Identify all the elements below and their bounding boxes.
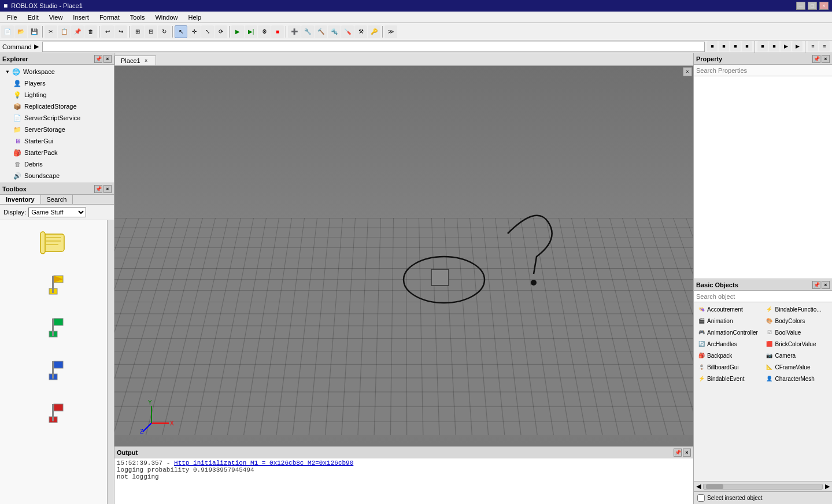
menu-file[interactable]: File <box>2 13 22 22</box>
command-tb-btn9[interactable]: ≡ <box>808 41 818 51</box>
scroll-right-btn[interactable]: ▶ <box>825 483 830 490</box>
output-link[interactable]: Http initialization M1 = 0x126cb8c M2=0x… <box>174 459 353 466</box>
obj-billboardgui[interactable]: 🪧 BillboardGui <box>695 361 763 373</box>
command-tb-btn6[interactable]: ■ <box>769 41 779 51</box>
toolbox-pin-btn[interactable]: 📌 <box>94 185 102 193</box>
viewport-close-btn[interactable]: × <box>683 67 692 76</box>
select-inserted-checkbox[interactable] <box>697 494 705 502</box>
tree-item-starterpack[interactable]: 🎒 StarterPack <box>0 147 114 158</box>
tb-move[interactable]: ✛ <box>188 25 201 38</box>
tb-rotate[interactable]: ↻ <box>158 25 171 38</box>
tree-item-debris[interactable]: 🗑 Debris <box>0 158 114 170</box>
obj-bindableevent[interactable]: ⚡ BindableEvent <box>695 373 763 384</box>
tb-tool4[interactable]: 🪛 <box>341 25 354 38</box>
tree-item-serverstorage[interactable]: 📁 ServerStorage <box>0 124 114 135</box>
tree-item-lighting[interactable]: 💡 Lighting <box>0 89 114 101</box>
tb-more[interactable]: ≫ <box>384 25 397 38</box>
command-tb-btn10[interactable]: ≡ <box>819 41 830 51</box>
tb-tool1[interactable]: 🔧 <box>301 25 314 38</box>
tb-scale[interactable]: ⤡ <box>201 25 214 38</box>
tb-tool2[interactable]: 🔨 <box>315 25 327 38</box>
toolbox-scrollbar[interactable] <box>107 220 114 504</box>
toolbox-item-4[interactable] <box>34 351 74 391</box>
obj-archandles[interactable]: 🔄 ArcHandles <box>695 338 763 350</box>
menu-help[interactable]: Help <box>184 13 206 22</box>
toolbox-item-1[interactable] <box>34 223 74 263</box>
tab-place1[interactable]: Place1 × <box>114 55 156 65</box>
obj-camera[interactable]: 📷 Camera <box>763 350 831 361</box>
obj-brickcolorvalue[interactable]: 🟥 BrickColorValue <box>763 338 831 350</box>
command-tb-btn8[interactable]: ▶ <box>792 41 803 51</box>
command-tb-btn5[interactable]: ■ <box>757 41 768 51</box>
output-pin-btn[interactable]: 📌 <box>674 449 682 457</box>
toolbox-item-3[interactable] <box>34 308 74 349</box>
explorer-pin-btn[interactable]: 📌 <box>94 55 102 63</box>
menu-tools[interactable]: Tools <box>125 13 150 22</box>
property-close-btn[interactable]: × <box>822 55 830 63</box>
tb-tool5[interactable]: ⚒ <box>354 25 367 38</box>
close-button[interactable]: × <box>819 2 829 10</box>
tree-item-replicatedstorage[interactable]: 📦 ReplicatedStorage <box>0 101 114 112</box>
tb-new[interactable]: 📄 <box>1 25 14 38</box>
tree-item-players[interactable]: 👤 Players <box>0 77 114 89</box>
tb-save[interactable]: 💾 <box>28 25 40 38</box>
tb-delete[interactable]: 🗑 <box>84 25 97 38</box>
property-pin-btn[interactable]: 📌 <box>812 55 820 63</box>
command-tb-btn4[interactable]: ■ <box>742 41 752 51</box>
tb-cut[interactable]: ✂ <box>45 25 57 38</box>
tb-playhere[interactable]: ▶| <box>245 25 257 38</box>
obj-backpack[interactable]: 🎒 Backpack <box>695 350 763 361</box>
toolbox-tab-inventory[interactable]: Inventory <box>0 195 41 204</box>
command-tb-btn3[interactable]: ■ <box>730 41 741 51</box>
scroll-track[interactable] <box>703 484 823 490</box>
toolbox-item-2[interactable] <box>34 265 74 306</box>
obj-accoutrement[interactable]: 👒 Accoutrement <box>695 303 763 315</box>
menu-insert[interactable]: Insert <box>68 13 94 22</box>
minimize-button[interactable]: ─ <box>796 2 805 10</box>
tb-run[interactable]: ⚙ <box>258 25 271 38</box>
obj-bindablefunction[interactable]: ⚡ BindableFunctio... <box>763 303 831 315</box>
toolbox-close-btn[interactable]: × <box>103 185 112 193</box>
tb-tool3[interactable]: 🔩 <box>328 25 341 38</box>
tb-insert[interactable]: ➕ <box>288 25 301 38</box>
tree-item-startergui[interactable]: 🖥 StarterGui <box>0 135 114 147</box>
toolbox-item-5[interactable] <box>34 394 74 434</box>
command-tb-btn1[interactable]: ■ <box>707 41 718 51</box>
output-close-btn[interactable]: × <box>683 449 691 457</box>
property-search-input[interactable] <box>694 65 832 76</box>
tree-item-serverscriptservice[interactable]: 📄 ServerScriptService <box>0 112 114 124</box>
menu-format[interactable]: Format <box>95 13 124 22</box>
obj-animation[interactable]: 🎬 Animation <box>695 315 763 327</box>
tb-redo[interactable]: ↪ <box>114 25 127 38</box>
command-tb-btn7[interactable]: ▶ <box>781 41 791 51</box>
tab-place1-close[interactable]: × <box>143 57 150 64</box>
tb-open[interactable]: 📂 <box>14 25 27 38</box>
tb-rotate2[interactable]: ⟳ <box>215 25 227 38</box>
explorer-close-btn[interactable]: × <box>103 55 112 63</box>
scroll-left-btn[interactable]: ◀ <box>696 483 701 490</box>
maximize-button[interactable]: □ <box>808 2 817 10</box>
tree-item-workspace[interactable]: ▼ 🌐 Workspace <box>0 66 114 77</box>
tb-copy[interactable]: 📋 <box>58 25 71 38</box>
menu-edit[interactable]: Edit <box>23 13 43 22</box>
tb-paste[interactable]: 📌 <box>71 25 84 38</box>
command-input[interactable] <box>42 42 705 52</box>
toolbox-display-select[interactable]: Game Stuff Free Models Free Decals Free … <box>28 207 86 217</box>
tb-undo[interactable]: ↩ <box>101 25 114 38</box>
obj-boolvalue[interactable]: ☑ BoolValue <box>763 327 831 338</box>
obj-animationcontroller[interactable]: 🎮 AnimationController <box>695 327 763 338</box>
tb-snap[interactable]: ⊟ <box>145 25 157 38</box>
tb-grid[interactable]: ⊞ <box>131 25 144 38</box>
tree-item-soundscape[interactable]: 🔊 Soundscape <box>0 170 114 181</box>
tb-tool6[interactable]: 🔑 <box>368 25 380 38</box>
obj-bodycolors[interactable]: 🎨 BodyColors <box>763 315 831 327</box>
obj-cframevalue[interactable]: 📐 CFrameValue <box>763 361 831 373</box>
viewport[interactable]: X Y Z <box>114 66 693 446</box>
toolbox-tab-search[interactable]: Search <box>41 195 73 204</box>
tb-stop[interactable]: ■ <box>271 25 284 38</box>
basic-objects-close-btn[interactable]: × <box>822 281 830 289</box>
tb-select[interactable]: ↖ <box>175 25 187 38</box>
basic-objects-pin-btn[interactable]: 📌 <box>812 281 820 289</box>
menu-view[interactable]: View <box>45 13 68 22</box>
basic-objects-search-input[interactable] <box>694 291 832 302</box>
